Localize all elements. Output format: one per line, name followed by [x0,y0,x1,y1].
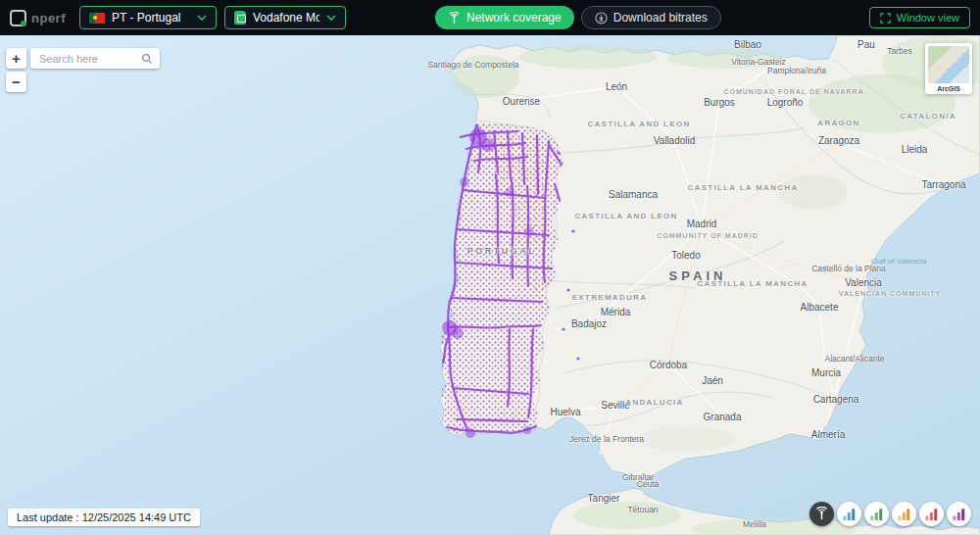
download-bitrates-label: Download bitrates [613,11,708,24]
tech-red-filter-button[interactable] [919,502,944,526]
sim-card-icon [234,11,246,24]
search-input[interactable] [37,52,141,66]
tech-green-filter-button[interactable] [864,502,889,526]
zoom-in-button[interactable]: + [6,48,26,69]
country-select[interactable]: PT - Portugal [79,6,217,29]
basemap-switcher[interactable]: ArcGIS [925,43,972,94]
legend-bar [809,502,971,526]
download-icon [595,12,608,24]
signal-bars-icon [952,507,966,521]
search-box [30,48,160,69]
signal-bars-icon [897,507,911,521]
layer-toggle-group: Network coverage Download bitrates [435,6,721,29]
last-update-badge: Last update : 12/25/2025 14:49 UTC [8,509,200,526]
operator-select-value: Vodafone Mobi... [253,11,319,24]
basemap-attribution-label: ArcGIS [928,85,969,92]
map[interactable]: Santiago de CompostelaOurenseLeónBurgosL… [0,35,980,535]
tech-orange-filter-button[interactable] [892,502,916,526]
antenna-icon [448,12,461,24]
top-bar: nperf PT - Portugal Vodafone Mobi... Net… [0,0,980,35]
basemap-thumbnail [928,46,969,83]
tech-purple-filter-button[interactable] [947,502,971,526]
all-technologies-filter-button[interactable] [809,502,834,526]
signal-bars-icon [869,507,884,521]
network-coverage-label: Network coverage [466,11,562,24]
signal-bars-icon [924,507,939,521]
zoom-out-button[interactable]: − [6,72,26,92]
operator-select[interactable]: Vodafone Mobi... [224,6,346,29]
search-icon [141,53,153,65]
map-canvas [0,35,980,535]
network-coverage-button[interactable]: Network coverage [435,6,574,29]
expand-arrows-icon [880,13,891,24]
country-select-value: PT - Portugal [112,11,190,24]
download-bitrates-button[interactable]: Download bitrates [581,6,721,29]
window-view-button[interactable]: Window view [869,7,970,28]
window-view-label: Window view [897,12,959,24]
logo-text: nperf [31,11,66,25]
portugal-flag-icon [89,13,105,24]
signal-bars-icon [842,507,857,521]
chevron-down-icon [197,15,207,21]
antenna-icon [814,507,829,521]
tech-blue-filter-button[interactable] [837,502,861,526]
app-logo[interactable]: nperf [10,10,66,26]
chevron-down-icon [326,15,336,21]
nperf-logo-icon [10,10,26,26]
